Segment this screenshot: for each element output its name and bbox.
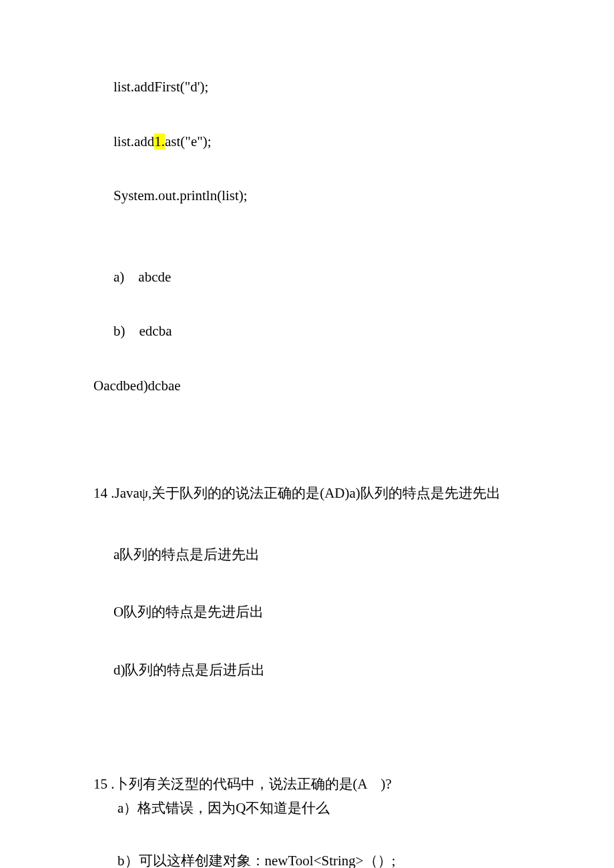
- code-line-3: System.out.println(list);: [113, 185, 521, 207]
- document-page: list.addFirst("d'); list.add1.ast("e"); …: [0, 0, 614, 868]
- code-line-1: list.addFirst("d');: [113, 77, 521, 98]
- q13-option-a: a) abcde: [113, 267, 521, 288]
- q14-header: 14 .Javaψ,关于队列的的说法正确的是(AD)a)队列的特点是先进先出: [93, 483, 521, 504]
- code-line-2-pre: list.add: [113, 133, 154, 149]
- q13-option-cd: Oacdbed)dcbae: [93, 376, 521, 397]
- question-14: 14 .Javaψ,关于队列的的说法正确的是(AD)a)队列的特点是先进先出 a…: [93, 483, 521, 681]
- q14-option-d: d)队列的特点是后进后出: [113, 660, 521, 681]
- q13-option-b: b) edcba: [113, 321, 521, 342]
- highlighted-text: 1.: [154, 133, 165, 149]
- q14-option-c: O队列的特点是先进后出: [113, 602, 521, 623]
- q15-option-a: a）格式错误，因为Q不知道是什么: [117, 798, 521, 819]
- q15-option-b: b）可以这样创建对象：newTool<String>（）;: [117, 851, 521, 868]
- q14-option-a: a队列的特点是后进先出: [113, 544, 521, 566]
- code-line-2-post: ast("e");: [165, 133, 212, 149]
- q15-header: 15 .卜列有关泛型的代码中，说法正确的是(A )?: [93, 774, 521, 795]
- code-line-2: list.add1.ast("e");: [113, 131, 521, 153]
